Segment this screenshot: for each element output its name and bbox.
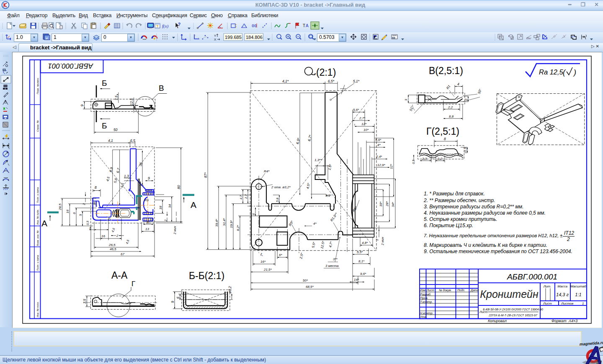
svg-text:): ) (573, 68, 576, 77)
svg-text:Б: Б (102, 79, 107, 87)
svg-text:0,5: 0,5 (86, 220, 90, 225)
svg-text:Перв. примен.: Перв. примен. (36, 77, 39, 94)
svg-text:2. ** Размеры обеспеч. инстр: 2. ** Размеры обеспеч. инстр. (423, 197, 495, 203)
svg-text:4,8*: 4,8* (362, 241, 368, 245)
svg-text:Масса: Масса (557, 285, 567, 288)
svg-text:3,5: 3,5 (82, 299, 87, 304)
svg-text:Y: Y (214, 34, 216, 38)
svg-text:Лист: Лист (543, 302, 552, 305)
svg-text:9: 9 (148, 176, 150, 180)
svg-text:А: А (191, 200, 196, 210)
svg-text:5. Острые кромки притупить.: 5. Острые кромки притупить. (424, 216, 497, 222)
svg-text:В(2,5:1): В(2,5:1) (429, 65, 463, 76)
svg-text:8,1*: 8,1* (358, 259, 365, 263)
svg-text:В: В (159, 84, 164, 92)
svg-text:3. Внутренние радиусы гибов R: 3. Внутренние радиусы гибов R=0,2** мм. (424, 204, 523, 210)
svg-text:34*: 34* (391, 202, 395, 207)
svg-text:2,4*: 2,4* (376, 155, 382, 159)
svg-text:5,5*: 5,5* (357, 250, 363, 254)
svg-text:68,5*: 68,5* (306, 285, 314, 289)
svg-text:1:1: 1:1 (575, 292, 581, 297)
svg-text:1: 1 (582, 302, 584, 305)
svg-text:6,5: 6,5 (130, 138, 135, 143)
svg-text:12,5: 12,5 (129, 98, 134, 105)
svg-text:2: 2 (164, 219, 168, 222)
svg-text:IT12: IT12 (564, 230, 574, 236)
svg-text:А: А (41, 218, 47, 228)
svg-text:1,2: 1,2 (438, 157, 443, 161)
svg-text:16*: 16* (260, 260, 266, 264)
svg-text:2: 2 (464, 98, 468, 101)
svg-text:2 мин: 2 мин (381, 237, 384, 246)
svg-text:2 мин: 2 мин (173, 226, 177, 235)
svg-text:6. Покрытие Ц15.хр.: 6. Покрытие Ц15.хр. (424, 223, 473, 228)
svg-text:67: 67 (121, 252, 124, 256)
svg-text:13: 13 (145, 227, 149, 231)
svg-text:А-А: А-А (111, 270, 128, 281)
svg-text:8. Маркировать Ч и клеймить К: 8. Маркировать Ч и клеймить К на бирке к… (424, 242, 547, 248)
svg-text:(2:1): (2:1) (316, 67, 336, 78)
svg-text:1,3**: 1,3** (314, 158, 322, 162)
svg-text:Подп. и дата: Подп. и дата (36, 187, 39, 203)
svg-text:№ докум.: № докум. (439, 289, 452, 292)
svg-text:Дата: Дата (470, 289, 479, 292)
svg-text:2 отв. ø3,2*: 2 отв. ø3,2* (271, 185, 291, 189)
svg-text:5,8: 5,8 (276, 197, 279, 202)
svg-text:Т.контр.: Т.контр. (420, 300, 433, 304)
svg-text:R9: R9 (144, 198, 149, 202)
svg-text:ø3,2: ø3,2 (228, 286, 232, 293)
svg-text:5,5*: 5,5* (325, 194, 332, 197)
svg-text:Ra 12,5: Ra 12,5 (539, 68, 564, 76)
svg-text:X: X (214, 38, 216, 41)
svg-text:16: 16 (101, 234, 105, 238)
svg-text:4,7: 4,7 (239, 195, 243, 200)
svg-text:А4×3: А4×3 (568, 319, 577, 323)
svg-text:Лит.: Лит. (543, 285, 551, 288)
svg-text:Б-Б(2:1): Б-Б(2:1) (189, 270, 224, 281)
svg-text:31,4*: 31,4* (222, 218, 226, 226)
svg-text:10*: 10* (363, 128, 369, 132)
svg-text:magnetida.ru: magnetida.ru (579, 340, 603, 346)
svg-text:12*: 12* (389, 164, 393, 169)
svg-text:Б: Б (102, 121, 107, 130)
svg-text:Б-КВ-5д-0В-У-2Х100.0Х2000 ГОСТ: Б-КВ-5д-0В-У-2Х100.0Х2000 ГОСТ 19904-90 (483, 308, 543, 311)
svg-text:R4*: R4* (264, 169, 270, 173)
svg-text:Кронштейн: Кронштейн (480, 288, 539, 300)
svg-text:4,1: 4,1 (108, 138, 113, 143)
svg-text:2,7*: 2,7* (359, 116, 366, 120)
svg-text:14*: 14* (354, 278, 359, 282)
svg-text:5,1*: 5,1* (353, 79, 360, 83)
svg-text:4: 4 (457, 82, 459, 86)
svg-text:6,5*: 6,5* (328, 79, 335, 83)
svg-text:Масштаб: Масштаб (570, 285, 586, 288)
svg-text:8,8: 8,8 (449, 115, 454, 118)
svg-text:19,9*: 19,9* (229, 220, 233, 228)
svg-text:22Г0Х-Б-М-Т-2В-С6 ГОСТ 16523-9: 22Г0Х-Б-М-Т-2В-С6 ГОСТ 16523-97 (488, 314, 538, 317)
svg-text:Листов: Листов (561, 302, 573, 305)
svg-text:34: 34 (168, 204, 172, 208)
svg-text:6: 6 (72, 212, 76, 214)
svg-text:Подп.: Подп. (457, 289, 465, 292)
svg-text:АБВГ.000.001: АБВГ.000.001 (507, 272, 557, 281)
svg-text:5: 5 (79, 214, 82, 216)
svg-text:14,3 г: 14,3 г (556, 292, 569, 297)
svg-text:2,2: 2,2 (448, 105, 453, 109)
svg-text:8: 8 (95, 185, 97, 190)
svg-text:1. * Размеры для справок.: 1. * Размеры для справок. (424, 191, 485, 197)
svg-text:0,5: 0,5 (412, 159, 415, 164)
svg-text:Пров.: Пров. (420, 296, 428, 300)
svg-text:50*: 50* (303, 279, 308, 282)
svg-text:9: 9 (170, 301, 175, 303)
svg-text:6*: 6* (279, 253, 282, 257)
svg-text:Разраб.: Разраб. (420, 292, 431, 296)
svg-text:3: 3 (404, 99, 408, 101)
svg-text:1,3: 1,3 (124, 174, 129, 178)
svg-text:18*: 18* (379, 201, 383, 207)
svg-text:2: 2 (567, 236, 570, 242)
svg-text:Инв. № подл.: Инв. № подл. (36, 302, 39, 317)
svg-text:Лист: Лист (426, 289, 434, 292)
svg-text:7,5: 7,5 (114, 95, 119, 100)
svg-text:7. Неуказанные предельные отк: 7. Неуказанные предельные отклонения раз… (424, 233, 563, 238)
svg-text:4*: 4* (377, 143, 381, 147)
svg-text:2,3: 2,3 (422, 157, 427, 161)
